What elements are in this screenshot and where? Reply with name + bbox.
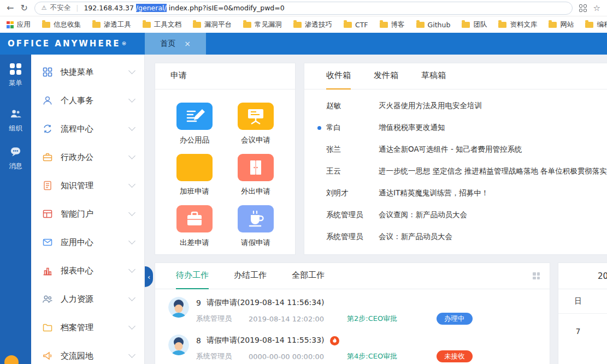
folder-icon: [416, 22, 425, 28]
todo-title[interactable]: 请假申请(2019-08-14 11:56:34): [207, 298, 325, 308]
app-meeting[interactable]: 会议申请: [225, 103, 286, 145]
unread-dot: [317, 148, 321, 152]
app-business-trip[interactable]: 出差申请: [164, 205, 225, 248]
calendar-weekday-row: 日: [558, 289, 607, 314]
mail-row[interactable]: 系统管理员会议：新产品动员大会: [304, 226, 607, 248]
mail-subject[interactable]: 灭火器使用方法及用电安全培训: [379, 101, 607, 111]
floating-badge[interactable]: [4, 355, 19, 364]
unread-dot: [317, 104, 321, 108]
app-overtime[interactable]: 加班申请: [164, 154, 225, 196]
sidebar-item-quick-menu[interactable]: 快捷菜单: [31, 58, 144, 86]
message-icon: [9, 145, 22, 158]
mail-subject[interactable]: 进一步统一思想 坚定信念 推进精益管理战略落地 各单位积极贯彻落实全面: [379, 166, 607, 176]
tab-outbox[interactable]: 发件箱: [374, 63, 398, 89]
todo-item-body: 8 请假申请(2019-08-14 11:55:33) 系统管理员 0000-0…: [196, 335, 473, 362]
todo-sender: 系统管理员: [196, 351, 249, 361]
mail-row[interactable]: 赵敏灭火器使用方法及用电安全培训: [304, 95, 607, 117]
bookmark-item[interactable]: 博客: [380, 20, 405, 29]
todo-item[interactable]: 8 请假申请(2019-08-14 11:55:33) 系统管理员 0000-0…: [168, 335, 550, 362]
rail-item-org[interactable]: 组织: [9, 108, 22, 133]
bookmark-item[interactable]: 渗透技巧: [293, 20, 332, 29]
mail-subject[interactable]: 增值税税率更改通知: [379, 123, 607, 133]
mail-list: 赵敏灭火器使用方法及用电安全培训 常白增值税税率更改通知 张兰通达全新OA可选组…: [304, 89, 607, 248]
todo-item[interactable]: 9 请假申请(2019-08-14 11:56:34) 系统管理员 2019-0…: [168, 297, 550, 325]
todo-title[interactable]: 请假申请(2019-08-14 11:55:33): [207, 336, 325, 345]
mail-sender: 王云: [326, 166, 379, 176]
door-icon: [238, 154, 274, 181]
rail-item-message[interactable]: 消息: [9, 145, 22, 171]
bookmark-item[interactable]: 漏洞平台: [193, 20, 232, 29]
rail-item-menu[interactable]: 菜单: [9, 63, 22, 88]
status-badge[interactable]: 未接收: [437, 350, 473, 362]
sidebar-item-forum[interactable]: 交流园地: [31, 342, 144, 364]
sidebar-item-label: 智能门户: [61, 209, 122, 219]
bookmark-item[interactable]: 编程: [585, 20, 607, 29]
bookmark-star-icon[interactable]: ☆: [593, 3, 600, 13]
coffee-icon: [238, 205, 274, 232]
calendar-panel: 2021 日 7: [558, 262, 607, 364]
tab-finished-work[interactable]: 办结工作: [234, 263, 267, 289]
address-bar[interactable]: ⚠ 不安全 | 192.168.43.37/general/index.php?…: [34, 2, 573, 15]
avatar: [168, 335, 189, 355]
sidebar-item-workflow[interactable]: 流程中心: [31, 115, 144, 143]
todo-title-line: 8 请假申请(2019-08-14 11:55:33): [196, 335, 473, 347]
mail-row[interactable]: 张兰通达全新OA可选组件 - 知己者费用管控系统: [304, 139, 607, 160]
app-grid: 办公用品 会议申请 加班申请 外出申请 出差申请: [155, 89, 295, 255]
bookmark-label: Github: [428, 21, 451, 29]
extensions-icon[interactable]: [579, 4, 587, 12]
mail-row[interactable]: 王云进一步统一思想 坚定信念 推进精益管理战略落地 各单位积极贯彻落实全面: [304, 160, 607, 182]
app-office-supplies[interactable]: 办公用品: [164, 103, 225, 145]
refresh-icon[interactable]: ↻: [20, 4, 27, 13]
mail-row[interactable]: 系统管理员会议查阅：新产品动员大会: [304, 204, 607, 226]
tab-home[interactable]: 首页 ×: [145, 33, 206, 55]
tab-all-work[interactable]: 全部工作: [292, 263, 325, 289]
sidebar-item-portal[interactable]: 智能门户: [31, 200, 144, 228]
cycle-icon: [42, 123, 53, 134]
folder-icon: [42, 322, 53, 333]
bookmark-label: 渗透工具: [104, 20, 131, 29]
tab-close-icon[interactable]: ×: [184, 39, 191, 48]
bookmark-item[interactable]: 网站: [549, 20, 574, 29]
bookmark-item[interactable]: 工具文档: [143, 20, 181, 29]
status-badge[interactable]: 办理中: [437, 313, 473, 325]
app-going-out[interactable]: 外出申请: [225, 154, 286, 196]
sidebar-item-app-center[interactable]: 应用中心: [31, 228, 144, 256]
envelope-icon: [42, 237, 53, 248]
calendar-year[interactable]: 2021: [578, 271, 607, 281]
bookmark-item[interactable]: 常见漏洞: [243, 20, 282, 29]
mail-subject[interactable]: 通达全新OA可选组件 - 知己者费用管控系统: [379, 145, 607, 154]
mail-subject[interactable]: 通达IT精英魔鬼训练营，招募中！: [379, 188, 607, 198]
bookmark-item[interactable]: CTF: [344, 21, 368, 29]
back-icon[interactable]: ←: [7, 4, 14, 13]
bookmark-item[interactable]: 渗透工具: [92, 20, 131, 29]
sidebar-item-hr[interactable]: 人力资源: [31, 285, 144, 313]
bookmark-label: 漏洞平台: [204, 20, 232, 29]
calendar-date[interactable]: 7: [565, 327, 591, 336]
mail-sender: 系统管理员: [326, 210, 379, 220]
org-icon: [9, 108, 22, 120]
bookmark-item[interactable]: Github: [416, 21, 451, 29]
sidebar-menu: 快捷菜单 个人事务 流程中心 行政办公 知识管理 智能门户 应用中心 报表中心: [31, 55, 145, 364]
sidebar-item-reports[interactable]: 报表中心: [31, 256, 144, 285]
mail-subject[interactable]: 会议查阅：新产品动员大会: [379, 210, 607, 220]
grid-view-icon[interactable]: [533, 272, 540, 279]
mail-subject[interactable]: 会议：新产品动员大会: [379, 232, 607, 242]
bookmark-item[interactable]: 资料文库: [498, 20, 537, 29]
tab-drafts[interactable]: 草稿箱: [421, 63, 446, 89]
mail-row[interactable]: 常白增值税税率更改通知: [304, 117, 607, 139]
sidebar-item-personal[interactable]: 个人事务: [31, 86, 144, 115]
tab-inbox[interactable]: 收件箱: [326, 63, 351, 89]
app-leave[interactable]: 请假申请: [225, 205, 286, 248]
sidebar-item-knowledge[interactable]: 知识管理: [31, 171, 144, 200]
sidebar-item-admin-office[interactable]: 行政办公: [31, 143, 144, 171]
chevron-down-icon: [128, 294, 135, 301]
bookmark-item[interactable]: 团队: [462, 20, 487, 29]
security-label[interactable]: 不安全: [50, 3, 71, 13]
tab-apply[interactable]: 申请: [170, 63, 187, 89]
sidebar-item-label: 档案管理: [61, 323, 122, 333]
tab-pending-work[interactable]: 待办工作: [176, 263, 209, 289]
bookmark-item[interactable]: 信息收集: [42, 20, 81, 29]
mail-row[interactable]: 刘明才通达IT精英魔鬼训练营，招募中！: [304, 182, 607, 204]
sidebar-item-archives[interactable]: 档案管理: [31, 313, 144, 342]
bookmark-item[interactable]: 应用: [7, 20, 31, 29]
